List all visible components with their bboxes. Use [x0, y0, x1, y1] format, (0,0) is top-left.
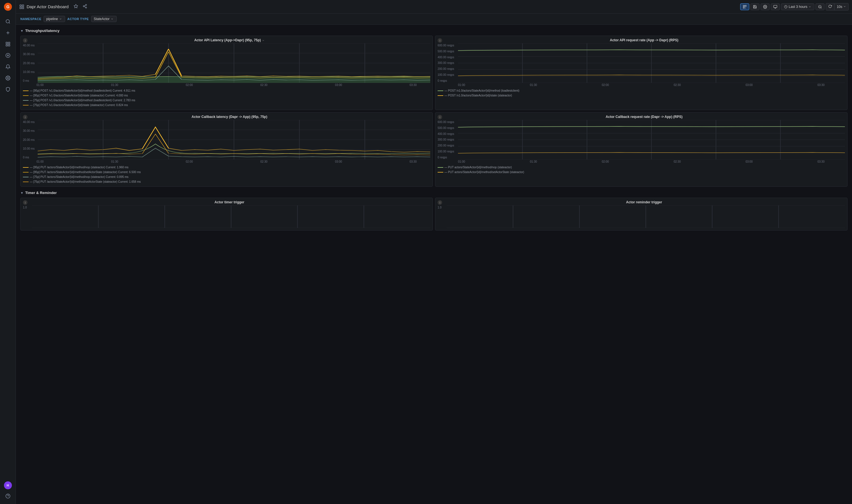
x-axis-latency2: 01:00 01:30 02:00 02:30 03:00 03:30	[23, 160, 430, 163]
settings-button[interactable]	[761, 3, 770, 10]
svg-line-23	[84, 6, 86, 7]
panel-info-icon[interactable]: i	[23, 38, 28, 43]
legend-latency2: — [95p] PUT /actors/StateActor/{id}/meth…	[23, 165, 430, 184]
sidebar-item-alerting[interactable]	[3, 62, 13, 72]
topbar: Dapr Actor Dashboard Last 3 hours	[16, 0, 852, 14]
svg-rect-8	[6, 45, 7, 46]
section-timer-header[interactable]: ▼ Timer & Reminder	[16, 189, 852, 197]
panel-info-icon[interactable]: i	[438, 115, 442, 119]
sidebar-item-avatar[interactable]: H	[4, 481, 12, 489]
legend-line	[23, 90, 29, 91]
svg-point-20	[86, 4, 87, 5]
panel-api-latency: i Actor API Latency (App->Dapr) (95p, 75…	[20, 36, 433, 110]
svg-rect-25	[743, 5, 745, 6]
legend-rps2: — PUT actors/StateActor/{id}/method/nop …	[438, 165, 845, 175]
legend-line	[23, 177, 29, 177]
legend-line	[438, 90, 443, 91]
actor-type-dropdown[interactable]: StateActor	[91, 16, 117, 22]
svg-rect-26	[745, 5, 746, 6]
y-axis-timer: 1.0	[23, 205, 32, 228]
topbar-right: Last 3 hours 10s	[740, 3, 849, 11]
x-axis-rps1: 01:00 01:30 02:00 02:30 03:00 03:30	[438, 83, 845, 87]
legend-item: — PUT actors/StateActor/{id}/method/nop …	[438, 165, 845, 170]
share-button[interactable]	[82, 3, 88, 11]
namespace-dropdown[interactable]: pipeline	[44, 16, 65, 22]
namespace-label: NAMESPACE	[20, 17, 41, 21]
chart-wrapper-reminder: 1.0	[438, 205, 845, 228]
x-axis-latency1: 01:00 01:30 02:00 02:30 03:00 03:30	[23, 83, 430, 87]
chart-svg-rps1	[458, 43, 845, 83]
legend-line	[23, 105, 29, 106]
legend-item: — [75p] POST /v1.0/actors/StateActor/{id…	[23, 103, 430, 107]
chart-svg-timer	[32, 205, 430, 228]
legend-line	[438, 172, 443, 173]
legend-rps1: — POST /v1.0/actors/StateActor/{id}/meth…	[438, 88, 845, 98]
sidebar-item-add[interactable]	[3, 28, 13, 38]
x-axis-rps2: 01:00 01:30 02:00 02:30 03:00 03:30	[438, 160, 845, 163]
panel-grid-timer: i Actor timer trigger 1.0	[16, 197, 852, 233]
legend-item: — [95p] PUT /actors/StateActor/{id}/meth…	[23, 165, 430, 170]
app-logo[interactable]: G	[3, 2, 13, 11]
chart-wrapper-latency1: 40.00 ms 30.00 ms 20.00 ms 10.00 ms 0 ms	[23, 43, 430, 87]
panel-timer-trigger: i Actor timer trigger 1.0	[20, 198, 433, 231]
refresh-button[interactable]	[826, 3, 834, 11]
panel-reminder-trigger: i Actor reminder trigger 1.0	[435, 198, 848, 231]
panel-api-rps: i Actor API request rate (App -> Dapr) (…	[435, 36, 848, 110]
chart-svg-latency1	[38, 43, 430, 83]
svg-point-12	[7, 77, 8, 79]
panel-title-api-latency: Actor API Latency (App->Dapr) (95p, 75p)	[23, 38, 430, 42]
legend-item: — PUT actors/StateActor/{id}/method/setA…	[438, 170, 845, 175]
star-button[interactable]	[72, 3, 79, 11]
chart-svg-latency2	[38, 120, 430, 160]
legend-line	[438, 167, 443, 168]
svg-rect-15	[20, 5, 21, 6]
legend-item: — [95p] PUT /actors/StateActor/{id}/meth…	[23, 170, 430, 175]
svg-line-24	[84, 5, 86, 6]
sidebar-item-shield[interactable]	[3, 84, 13, 94]
sidebar-item-dashboards[interactable]	[3, 39, 13, 49]
dashboard-content: ▼ Throughput/latency i Actor API Latency…	[16, 24, 852, 504]
refresh-interval-button[interactable]: 10s	[834, 3, 849, 11]
refresh-controls: 10s	[826, 3, 849, 11]
chart-wrapper-latency2: 40.00 ms 30.00 ms 20.00 ms 10.00 ms 0 ms	[23, 120, 430, 163]
chart-wrapper-rps2: 600.00 reqps 500.00 reqps 400.00 reqps 3…	[438, 120, 845, 163]
svg-marker-19	[74, 4, 78, 8]
add-panel-button[interactable]	[740, 3, 749, 10]
legend-line	[23, 172, 29, 173]
section-chevron: ▼	[20, 191, 23, 195]
time-range-picker[interactable]: Last 3 hours	[781, 3, 814, 10]
panel-title-timer: Actor timer trigger	[23, 200, 430, 204]
legend-line	[23, 167, 29, 168]
panel-title-reminder: Actor reminder trigger	[438, 200, 845, 204]
panel-info-icon[interactable]: i	[438, 38, 442, 43]
chart-svg-rps2	[458, 120, 845, 160]
monitor-button[interactable]	[771, 3, 780, 10]
legend-line	[438, 95, 443, 96]
sidebar-item-explore[interactable]	[3, 50, 13, 60]
panel-info-icon[interactable]: i	[438, 200, 442, 205]
chart-wrapper-rps1: 600.00 reqps 500.00 reqps 400.00 reqps 3…	[438, 43, 845, 87]
sidebar-item-search[interactable]	[3, 16, 13, 26]
panel-callback-rps: i Actor Callback request rate (Dapr -> A…	[435, 112, 848, 187]
main-area: Dapr Actor Dashboard Last 3 hours	[16, 0, 852, 504]
svg-point-22	[86, 7, 87, 8]
y-axis-rps2: 600.00 reqps 500.00 reqps 400.00 reqps 3…	[438, 120, 458, 160]
svg-rect-18	[22, 7, 24, 8]
section-throughput-header[interactable]: ▼ Throughput/latency	[16, 27, 852, 35]
y-axis-latency2: 40.00 ms 30.00 ms 20.00 ms 10.00 ms 0 ms	[23, 120, 38, 160]
y-axis-latency1: 40.00 ms 30.00 ms 20.00 ms 10.00 ms 0 ms	[23, 43, 38, 83]
legend-item: — [75p] PUT /actors/StateActor/{id}/meth…	[23, 175, 430, 179]
panel-info-icon[interactable]: i	[23, 200, 28, 205]
save-button[interactable]	[750, 3, 760, 10]
legend-line	[23, 100, 29, 101]
svg-point-2	[6, 19, 9, 23]
sidebar-item-configuration[interactable]	[3, 73, 13, 83]
legend-line	[23, 182, 29, 182]
panel-title-callback-rps: Actor Callback request rate (Dapr -> App…	[438, 115, 845, 119]
legend-item: — [95p] POST /v1.0/actors/StateActor/{id…	[23, 88, 430, 93]
zoom-out-button[interactable]	[816, 3, 824, 10]
sidebar-item-help[interactable]	[3, 491, 13, 501]
filterbar: NAMESPACE pipeline ACTOR TYPE StateActor	[16, 14, 852, 24]
legend-item: — [95p] POST /v1.0/actors/StateActor/{id…	[23, 93, 430, 98]
panel-info-icon[interactable]: i	[23, 115, 28, 119]
